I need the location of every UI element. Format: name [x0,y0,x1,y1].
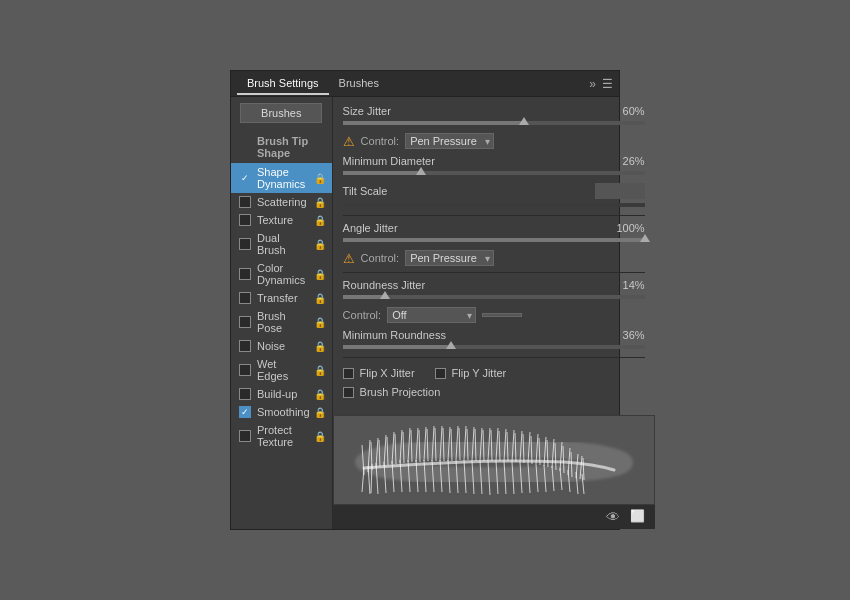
angle-jitter-slider[interactable] [343,238,645,242]
angle-control-row: ⚠ Control: Pen Pressure Off Fade Pen Til… [343,250,645,266]
brush-preview [333,415,655,505]
checkbox-protect-texture[interactable] [239,430,251,442]
sidebar-label-transfer: Transfer [257,292,310,304]
angle-control-label: Control: [361,252,400,264]
checkbox-brush-pose[interactable] [239,316,251,328]
sidebar-label-protect-texture: Protect Texture [257,424,310,448]
checkbox-wet-edges[interactable] [239,364,251,376]
main-content: Size Jitter 60% ⚠ Control: Pen Pressur [333,97,655,409]
tilt-scale-slider[interactable] [343,203,645,207]
lock-icon-texture: 🔒 [314,215,326,226]
checkbox-noise[interactable] [239,340,251,352]
roundness-jitter-value: 14% [610,279,645,291]
tab-brushes[interactable]: Brushes [329,73,389,95]
checkbox-transfer[interactable] [239,292,251,304]
sidebar-item-texture[interactable]: Texture 🔒 [231,211,332,229]
lock-icon-color-dynamics: 🔒 [314,269,326,280]
sidebar-item-color-dynamics[interactable]: Color Dynamics 🔒 [231,259,332,289]
roundness-control-input[interactable] [482,313,522,317]
brush-projection-row: Brush Projection [343,386,645,398]
divider-3 [343,357,645,358]
checkbox-build-up[interactable] [239,388,251,400]
sidebar-item-dual-brush[interactable]: Dual Brush 🔒 [231,229,332,259]
svg-line-39 [515,433,516,462]
tilt-scale-row: Tilt Scale [343,183,645,199]
sidebar-item-brush-pose[interactable]: Brush Pose 🔒 [231,307,332,337]
roundness-control-select[interactable]: Off Fade Pen Pressure Pen Tilt [387,307,476,323]
sidebar-label-noise: Noise [257,340,310,352]
panel-tab-icons: » ☰ [589,77,613,91]
flip-y-label: Flip Y Jitter [452,367,507,379]
size-jitter-value: 60% [610,105,645,117]
sidebar: Brushes Brush Tip Shape Shape Dynamics 🔒… [231,97,333,529]
roundness-jitter-label: Roundness Jitter [343,279,426,291]
sidebar-item-scattering[interactable]: Scattering 🔒 [231,193,332,211]
min-diameter-slider[interactable] [343,171,645,175]
min-roundness-value: 36% [610,329,645,341]
sidebar-item-shape-dynamics[interactable]: Shape Dynamics 🔒 [231,163,332,193]
svg-line-41 [523,434,524,463]
checkbox-color-dynamics[interactable] [239,268,251,280]
checkbox-brush-projection[interactable] [343,387,354,398]
brushes-button[interactable]: Brushes [240,103,322,123]
eye-icon[interactable]: 👁 [606,509,620,525]
tilt-scale-label: Tilt Scale [343,185,388,197]
lock-icon-noise: 🔒 [314,341,326,352]
checkbox-flip-y[interactable] [435,368,446,379]
angle-warning-icon: ⚠ [343,251,355,266]
flip-y-row: Flip Y Jitter [435,367,507,379]
flip-x-label: Flip X Jitter [360,367,415,379]
min-diameter-value: 26% [610,155,645,167]
menu-icon[interactable]: ☰ [602,77,613,91]
sidebar-item-protect-texture[interactable]: Protect Texture 🔒 [231,421,332,451]
roundness-jitter-slider[interactable] [343,295,645,299]
checkbox-scattering[interactable] [239,196,251,208]
min-diameter-label: Minimum Diameter [343,155,435,167]
preview-footer: 👁 ⬜ [333,505,655,529]
min-roundness-slider[interactable] [343,345,645,349]
checkbox-flip-x[interactable] [343,368,354,379]
sidebar-label-texture: Texture [257,214,310,226]
angle-control-select-wrapper: Pen Pressure Off Fade Pen Tilt [405,250,494,266]
size-control-select[interactable]: Pen Pressure Off Fade Pen Tilt [405,133,494,149]
brush-preview-svg [334,420,654,500]
canvas-icon[interactable]: ⬜ [630,509,645,525]
lock-icon-smoothing: 🔒 [314,407,326,418]
checkbox-dual-brush[interactable] [239,238,251,250]
lock-icon-transfer: 🔒 [314,293,326,304]
sidebar-item-build-up[interactable]: Build-up 🔒 [231,385,332,403]
sidebar-item-smoothing[interactable]: Smoothing 🔒 [231,403,332,421]
checkbox-texture[interactable] [239,214,251,226]
angle-jitter-row: Angle Jitter 100% [343,222,645,234]
lock-icon-scattering: 🔒 [314,197,326,208]
brush-tip-title: Brush Tip Shape [231,131,332,163]
lock-icon-wet-edges: 🔒 [314,365,326,376]
roundness-control-select-wrapper: Off Fade Pen Pressure Pen Tilt [387,307,476,323]
sidebar-label-brush-pose: Brush Pose [257,310,310,334]
divider-2 [343,272,645,273]
sidebar-label-smoothing: Smoothing [257,406,310,418]
sidebar-item-wet-edges[interactable]: Wet Edges 🔒 [231,355,332,385]
checkbox-smoothing[interactable] [239,406,251,418]
panel-body: Brushes Brush Tip Shape Shape Dynamics 🔒… [231,97,619,529]
panel-tabs: Brush Settings Brushes » ☰ [231,71,619,97]
size-control-row: ⚠ Control: Pen Pressure Off Fade Pen Til… [343,133,645,149]
sidebar-label-dual-brush: Dual Brush [257,232,310,256]
tilt-scale-input[interactable] [595,183,645,199]
min-roundness-row: Minimum Roundness 36% [343,329,645,341]
sidebar-item-noise[interactable]: Noise 🔒 [231,337,332,355]
tab-brush-settings[interactable]: Brush Settings [237,73,329,95]
angle-control-select[interactable]: Pen Pressure Off Fade Pen Tilt [405,250,494,266]
forward-icon[interactable]: » [589,77,596,91]
roundness-control-label: Control: [343,309,382,321]
min-diameter-row: Minimum Diameter 26% [343,155,645,167]
roundness-jitter-row: Roundness Jitter 14% [343,279,645,291]
angle-jitter-label: Angle Jitter [343,222,398,234]
divider-1 [343,215,645,216]
brush-projection-label: Brush Projection [360,386,441,398]
checkbox-shape-dynamics[interactable] [239,172,251,184]
size-jitter-slider[interactable] [343,121,645,125]
sidebar-label-shape-dynamics: Shape Dynamics [257,166,310,190]
sidebar-item-transfer[interactable]: Transfer 🔒 [231,289,332,307]
size-control-select-wrapper: Pen Pressure Off Fade Pen Tilt [405,133,494,149]
